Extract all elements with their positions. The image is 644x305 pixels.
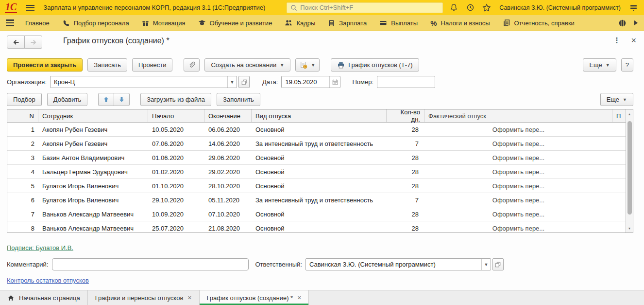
attachments-button[interactable] — [184, 58, 200, 72]
table-row[interactable]: 4Бальцер Герман Эдуардович01.02.202029.0… — [7, 165, 626, 179]
fill-button[interactable]: Заполнить — [217, 93, 260, 106]
column-header-employee[interactable]: Сотрудник — [38, 109, 148, 122]
service-menu-icon[interactable] — [627, 2, 639, 13]
column-header-type[interactable]: Вид отпуска — [252, 109, 387, 122]
table-more-button[interactable]: Еще▼ — [600, 93, 633, 106]
organization-combobox: ▼ — [50, 76, 237, 88]
number-input[interactable] — [377, 76, 435, 88]
print-t7-button[interactable]: График отпусков (Т-7) — [331, 58, 419, 72]
scroll-down-icon[interactable]: ▼ — [626, 225, 633, 232]
responsible-input[interactable] — [306, 261, 481, 268]
add-button[interactable]: Добавить — [47, 93, 87, 106]
column-header-p[interactable]: П — [612, 109, 626, 122]
section-hr[interactable]: Кадры — [278, 15, 322, 31]
column-header-n[interactable]: N — [7, 109, 38, 122]
date-input[interactable] — [282, 78, 329, 86]
close-tab-icon[interactable]: × — [297, 294, 301, 301]
signatures-link[interactable]: Подписи: Булатов И.В. — [7, 244, 73, 251]
cell-start-date: 01.06.2020 — [148, 154, 204, 161]
organization-input[interactable] — [51, 78, 227, 86]
header-fields: Организация: ▼ Дата: Номер: — [7, 76, 435, 88]
pick-button[interactable]: Подбор — [7, 93, 42, 106]
global-search[interactable] — [287, 2, 443, 13]
scrollbar-thumb[interactable] — [627, 121, 632, 215]
table-row[interactable]: 3Базин Антон Владимирович01.06.202029.06… — [7, 151, 626, 165]
open-in-form-icon — [241, 79, 248, 86]
cell-employee: Булатов Игорь Виленович — [38, 197, 148, 204]
chevron-down-icon: ▼ — [623, 97, 627, 102]
cell-actual-vacation-command[interactable]: Оформить пере... — [424, 182, 612, 190]
cell-actual-vacation-command[interactable]: Оформить пере... — [424, 225, 612, 232]
post-button[interactable]: Провести — [132, 58, 173, 72]
chevron-down-icon[interactable]: ▼ — [481, 259, 491, 270]
vertical-scrollbar[interactable]: ▲ ▼ — [626, 109, 633, 233]
table-row[interactable]: 5Булатов Игорь Виленович01.10.202028.10.… — [7, 179, 626, 193]
close-tab-icon[interactable]: × — [187, 294, 191, 301]
post-and-close-button[interactable]: Провести и закрыть — [7, 58, 83, 72]
help-button[interactable]: ? — [621, 58, 633, 72]
scroll-up-icon[interactable]: ▲ — [626, 110, 633, 117]
form-more-actions-icon[interactable]: ⋮ — [613, 36, 620, 45]
section-payments[interactable]: Выплаты — [373, 15, 424, 31]
wallet-icon — [379, 19, 387, 27]
move-down-button[interactable] — [114, 93, 130, 106]
cell-actual-vacation-command[interactable]: Оформить пере... — [424, 126, 612, 133]
back-button[interactable] — [7, 36, 25, 49]
vacation-balance-control-link[interactable]: Контроль остатков отпусков — [7, 277, 89, 284]
cell-actual-vacation-command[interactable]: Оформить пере... — [424, 211, 612, 218]
tab-vacation-schedules-list[interactable]: Графики и переносы отпусков × — [88, 290, 200, 305]
search-input[interactable] — [300, 4, 440, 11]
comment-input[interactable] — [52, 258, 249, 270]
table-row[interactable]: 1Акопян Рубен Гезевич10.05.202006.06.202… — [7, 123, 626, 137]
close-form-icon[interactable]: × — [631, 36, 636, 45]
printer-icon — [337, 61, 345, 69]
table-row[interactable]: 8Ваньков Александр Матвеевич25.07.202021… — [7, 221, 626, 233]
footer-fields: Комментарий: Ответственный: ▼ — [7, 258, 504, 270]
cell-actual-vacation-command[interactable]: Оформить пере... — [424, 154, 612, 161]
cell-days-count: 28 — [387, 182, 424, 190]
tab-home[interactable]: Начальная страница — [0, 290, 88, 305]
notifications-bell-icon[interactable] — [448, 2, 459, 13]
section-main[interactable]: Главное — [19, 15, 56, 31]
cell-actual-vacation-command[interactable]: Оформить пере... — [424, 197, 612, 204]
cell-actual-vacation-command[interactable]: Оформить пере... — [424, 140, 612, 147]
calendar-icon[interactable] — [329, 76, 340, 88]
more-button[interactable]: Еще▼ — [583, 58, 616, 72]
sections-menu-icon[interactable] — [6, 19, 14, 26]
responsible-open-button[interactable] — [492, 258, 504, 270]
page-title: График отпусков (создание) * — [63, 36, 169, 45]
save-button[interactable]: Записать — [87, 58, 127, 72]
load-from-file-button[interactable]: Загрузить из файла — [140, 93, 211, 106]
favorites-star-icon[interactable] — [481, 2, 492, 13]
history-nav — [7, 36, 42, 49]
section-motivation[interactable]: Мотивация — [136, 15, 192, 31]
table-row[interactable]: 2Акопян Рубен Гезевич07.06.202014.06.202… — [7, 137, 626, 151]
create-based-on-button[interactable]: Создать на основании▼ — [204, 58, 290, 72]
section-recruitment[interactable]: Подбор персонала — [56, 15, 136, 31]
forward-button[interactable] — [24, 36, 42, 49]
move-up-button[interactable] — [98, 93, 114, 106]
section-salary[interactable]: Зарплата — [322, 15, 373, 31]
column-header-days[interactable]: Кол-во дн. — [387, 109, 424, 122]
workplace-icon[interactable] — [618, 19, 627, 27]
main-menu-icon[interactable] — [26, 5, 34, 11]
cell-n: 7 — [7, 211, 38, 218]
tab-vacation-schedule-new[interactable]: График отпусков (создание) * × — [200, 290, 309, 305]
current-user[interactable]: Савинская З.Ю. (Системный программист) — [499, 4, 621, 11]
history-icon[interactable] — [464, 2, 476, 13]
table-row[interactable]: 7Ваньков Александр Матвеевич10.09.202007… — [7, 207, 626, 221]
section-taxes[interactable]: % Налоги и взносы — [424, 15, 496, 31]
search-icon — [290, 4, 298, 12]
column-header-actual[interactable]: Фактический отпуск — [424, 109, 612, 122]
table-row[interactable]: 6Булатов Игорь Виленович29.10.202005.11.… — [7, 193, 626, 207]
cell-actual-vacation-command[interactable]: Оформить пере... — [424, 168, 612, 176]
section-education[interactable]: Обучение и развитие — [192, 15, 279, 31]
section-reports[interactable]: Отчетность, справки — [496, 15, 581, 31]
documents-icon — [503, 19, 510, 27]
column-header-start[interactable]: Начало — [148, 109, 204, 122]
organization-open-button[interactable] — [238, 76, 250, 88]
document-log-button[interactable]: ▼ — [295, 58, 320, 72]
column-header-end[interactable]: Окончание — [204, 109, 252, 122]
sections-overflow-chevron-icon[interactable] — [633, 20, 638, 26]
chevron-down-icon[interactable]: ▼ — [227, 76, 237, 88]
